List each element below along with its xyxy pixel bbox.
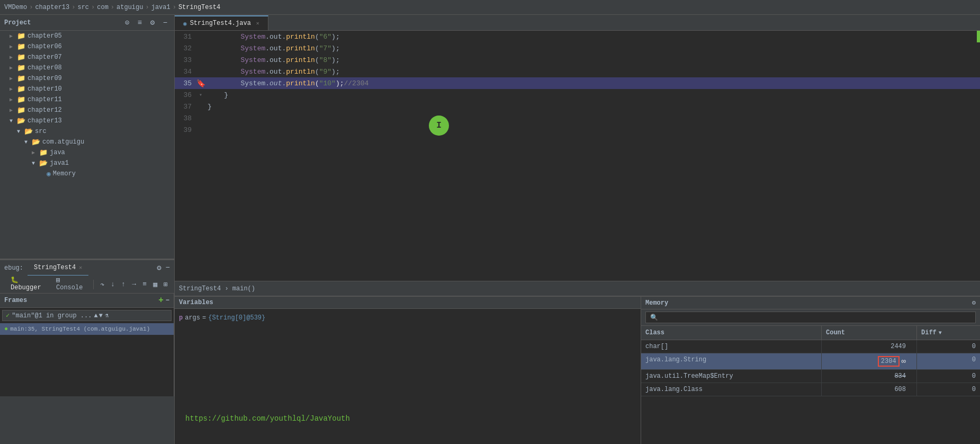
line-content	[205, 126, 980, 134]
code-line-34: 34 System.out.println("9");	[175, 66, 980, 77]
step-out-btn[interactable]: ↑	[119, 279, 128, 290]
fold-icon[interactable]: ▾	[199, 92, 202, 98]
line-content	[205, 114, 980, 122]
bookmark-icon: 🔖	[196, 79, 205, 88]
memory-row-class[interactable]: java.lang.Class 608 0	[641, 383, 980, 396]
sync-icon[interactable]: ⊙	[122, 18, 132, 28]
toolbar-separator	[93, 280, 94, 289]
folder-icon: 📁	[17, 64, 25, 72]
sidebar-item-src[interactable]: ▼ 📂 src	[0, 126, 174, 137]
sidebar-item-chapter12[interactable]: ▶ 📁 chapter12	[0, 105, 174, 116]
frames-btn[interactable]: ▦	[151, 279, 159, 290]
tab-stringtest4-editor[interactable]: ◉ StringTest4.java ✕	[175, 15, 268, 30]
tab-debugger-label: Debugger	[11, 284, 41, 291]
debug-content: Frames + − ✓ "main"@1 in group ... ▲	[0, 294, 174, 396]
line-content: System.out.println("8");	[205, 56, 980, 64]
memory-search-input[interactable]	[645, 312, 976, 323]
evaluate-btn[interactable]: ≡	[140, 279, 149, 290]
code-line-36: 36 ▾ }	[175, 89, 980, 101]
project-tree: ▶ 📁 chapter05 ▶ 📁 chapter06 ▶ 📁 chapter0…	[0, 31, 174, 259]
debug-tab-icons: ⚙ −	[157, 263, 170, 272]
folder-icon: 📁	[17, 95, 25, 104]
memory-title: Memory	[645, 299, 668, 307]
arrow-icon: ▼	[32, 161, 39, 166]
frame-item[interactable]: ● main:35, StringTest4 (com.atguigu.java…	[0, 323, 174, 335]
col-count[interactable]: Count	[821, 326, 916, 340]
sidebar-item-chapter09[interactable]: ▶ 📁 chapter09	[0, 73, 174, 84]
sidebar-item-memory[interactable]: ◉ Memory	[0, 168, 174, 179]
tab-stringtest4[interactable]: StringTest4 ✕	[28, 260, 88, 276]
count-highlighted: 2304	[878, 356, 900, 367]
sidebar-item-label: chapter08	[28, 64, 62, 72]
tab-console[interactable]: ▤ Console	[50, 274, 89, 295]
mem-diff-cell: 0	[916, 340, 980, 353]
down-arrow-icon[interactable]: ▼	[99, 312, 103, 319]
code-editor[interactable]: I 31 System.out.println("6"); 32	[175, 31, 980, 281]
sidebar-title: Project	[4, 19, 31, 26]
sidebar-item-java[interactable]: ▶ 📁 java	[0, 147, 174, 158]
breadcrumb: VMDemo › chapter13 › src › com › atguigu…	[0, 0, 980, 15]
close-icon[interactable]: ✕	[79, 264, 82, 271]
threads-btn[interactable]: ⊞	[161, 279, 170, 290]
infinity-icon: ∞	[902, 357, 906, 366]
up-arrow-icon[interactable]: ▲	[94, 312, 97, 319]
memory-settings-icon[interactable]: ⚙	[972, 299, 976, 307]
sidebar-item-chapter07[interactable]: ▶ 📁 chapter07	[0, 52, 174, 63]
sidebar-item-com-atguigu[interactable]: ▼ 📂 com.atguigu	[0, 137, 174, 147]
minimize-icon[interactable]: −	[166, 263, 170, 272]
sidebar-item-label: Memory	[53, 170, 76, 177]
run-to-cursor-btn[interactable]: →	[130, 279, 138, 290]
gear-icon[interactable]: ⚙	[157, 263, 161, 272]
tab-debugger[interactable]: 🐛 Debugger	[4, 274, 48, 295]
sidebar-item-label: chapter11	[28, 96, 62, 103]
folder-icon: 📁	[17, 74, 25, 83]
tab-stringtest4-label: StringTest4	[34, 264, 76, 271]
memory-row-treemap[interactable]: java.util.TreeMap$Entry 834 0	[641, 370, 980, 383]
sidebar-item-chapter13[interactable]: ▼ 📂 chapter13	[0, 116, 174, 126]
sidebar-item-chapter08[interactable]: ▶ 📁 chapter08	[0, 63, 174, 73]
folder-open-icon: 📂	[24, 127, 33, 136]
minimize-icon[interactable]: −	[160, 18, 170, 28]
line-content: System.out.println("6");	[205, 33, 980, 41]
arrow-icon: ▶	[10, 96, 17, 103]
col-diff-label: Diff	[921, 329, 937, 336]
frames-header: Frames + −	[0, 294, 174, 308]
sidebar-item-label: chapter06	[28, 43, 62, 50]
line-number: 39	[175, 126, 196, 134]
gear-icon[interactable]: ⚙	[148, 18, 157, 28]
sidebar-item-chapter11[interactable]: ▶ 📁 chapter11	[0, 94, 174, 105]
remove-frame-icon[interactable]: −	[166, 297, 169, 304]
line-number: 32	[175, 45, 196, 52]
close-tab-icon[interactable]: ✕	[256, 20, 259, 26]
var-equals: =	[202, 314, 206, 322]
sidebar-item-label: src	[35, 128, 47, 135]
variables-content: p args = {String[0]@539} https://github.…	[175, 309, 641, 444]
line-number: 36	[175, 91, 196, 99]
sidebar-item-chapter10[interactable]: ▶ 📁 chapter10	[0, 84, 174, 94]
step-into-btn[interactable]: ↓	[109, 279, 117, 290]
sidebar-item-label: chapter12	[28, 106, 62, 114]
sidebar-item-java1[interactable]: ▼ 📂 java1	[0, 158, 174, 168]
editor-footer: StringTest4 › main()	[175, 281, 980, 296]
frame-thread-dropdown[interactable]: ✓ "main"@1 in group ... ▲ ▼ ⚗	[2, 310, 172, 321]
variables-header: Variables	[175, 297, 641, 309]
line-number: 31	[175, 33, 196, 41]
step-over-btn[interactable]: ↷	[98, 279, 106, 290]
sidebar-item-chapter05[interactable]: ▶ 📁 chapter05	[0, 31, 174, 41]
memory-row-char[interactable]: char[] 2449 0	[641, 340, 980, 353]
sidebar-item-label: chapter13	[28, 117, 62, 125]
frame-thread-label: "main"@1 in group ...	[12, 312, 92, 319]
memory-row-string[interactable]: java.lang.String 2304 ∞ 0	[641, 353, 980, 370]
breadcrumb-src: src	[77, 4, 89, 11]
folder-icon: 📁	[17, 42, 25, 51]
footer-path: StringTest4 › main()	[179, 285, 255, 292]
add-frame-icon[interactable]: +	[158, 296, 164, 305]
col-diff[interactable]: Diff ▼	[916, 326, 980, 340]
line-number: 33	[175, 56, 196, 64]
filter-icon[interactable]: ⚗	[105, 312, 109, 319]
sidebar-item-chapter06[interactable]: ▶ 📁 chapter06	[0, 41, 174, 52]
collapse-icon[interactable]: ≡	[135, 18, 145, 28]
debug-panel: ebug: StringTest4 ✕ ⚙ − 🐛 Debugger ▤ Con…	[0, 259, 174, 396]
line-number: 37	[175, 103, 196, 111]
editor-tab-label: StringTest4.java	[190, 20, 251, 27]
